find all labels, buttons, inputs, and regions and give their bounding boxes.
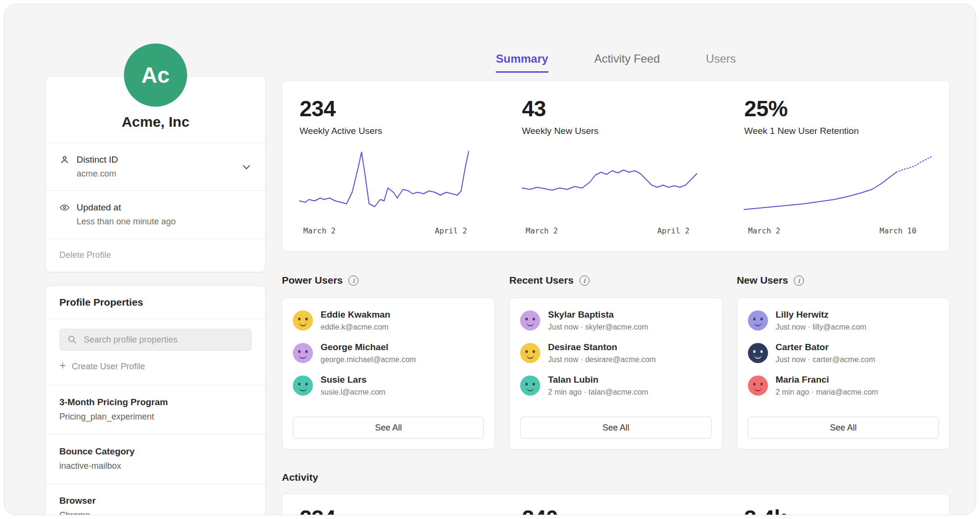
search-wrap (46, 319, 265, 351)
stat-label: Weekly Active Users (300, 126, 488, 136)
avatar (520, 375, 540, 396)
chart-x-axis: March 2 April 2 (522, 226, 710, 237)
x-axis-start-label: March 2 (303, 226, 335, 235)
section-title: Power Users (282, 275, 343, 286)
field-value: Less than one minute ago (77, 217, 252, 227)
see-all-button[interactable]: See All (748, 417, 939, 439)
chart-x-axis: March 2 March 10 (744, 226, 932, 237)
user-detail: susie.l@acme.com (321, 388, 385, 397)
user-name: George Michael (321, 342, 416, 353)
activity-stats-card: 234 240 3.4k (282, 494, 950, 515)
recent-users-card: Skylar Baptista Just now · skyler@acme.c… (509, 298, 722, 450)
line-chart-week1-retention (744, 148, 932, 220)
line-chart-weekly-new-users (522, 148, 710, 220)
create-user-profile-button[interactable]: Create User Profile (46, 351, 265, 386)
profile-sidebar: Ac Acme, Inc Distinct ID acme.com (45, 44, 266, 515)
stat-value: 234 (300, 96, 488, 121)
see-all-button[interactable]: See All (293, 417, 484, 439)
user-name: Maria Franci (776, 375, 879, 385)
property-item[interactable]: Bounce Category inactive-mailbox (46, 435, 265, 484)
main-panel: Summary Activity Feed Users 234 Weekly A… (282, 52, 950, 515)
company-name: Acme, Inc (46, 114, 265, 143)
avatar (748, 343, 768, 363)
avatar (293, 375, 313, 396)
avatar (748, 375, 768, 396)
line-chart-weekly-active-users (300, 148, 488, 220)
property-name: 3-Month Pricing Program (59, 397, 252, 408)
stat-value: 3.4k (744, 506, 932, 515)
user-detail: Just now · carter@acme.com (776, 355, 875, 364)
see-all-button[interactable]: See All (520, 417, 711, 439)
activity-stat: 3.4k (727, 506, 949, 515)
x-axis-end-label: April 2 (435, 226, 467, 235)
user-detail: Just now · skyler@acme.com (548, 323, 648, 331)
tab-summary[interactable]: Summary (496, 52, 548, 73)
distinct-id-row[interactable]: Distinct ID acme.com (46, 143, 265, 191)
info-icon[interactable] (348, 276, 358, 286)
property-item[interactable]: Browser Chrome (46, 484, 265, 515)
delete-profile-button[interactable]: Delete Profile (46, 239, 265, 272)
activity-stat: 234 (282, 506, 505, 515)
person-icon (59, 155, 70, 165)
user-sections: Power Users Eddie Kwakman eddie.k@acme.c… (282, 275, 950, 450)
avatar (520, 343, 540, 363)
property-value: Chrome (59, 510, 252, 515)
user-row[interactable]: Susie Lars susie.l@acme.com (293, 375, 484, 397)
x-axis-end-label: March 10 (880, 226, 916, 235)
tab-activity-feed[interactable]: Activity Feed (594, 52, 660, 73)
recent-users-section: Recent Users Skylar Baptista Just now · … (509, 275, 722, 450)
chevron-down-icon[interactable] (240, 161, 253, 173)
x-axis-end-label: April 2 (657, 226, 689, 235)
user-row[interactable]: George Michael george.michael@acme.com (293, 342, 484, 364)
user-name: Desirae Stanton (548, 342, 656, 353)
user-detail: eddie.k@acme.com (321, 323, 390, 331)
property-value: Pricing_plan_experiment (59, 412, 252, 422)
profile-properties-title: Profile Properties (46, 286, 265, 319)
stat-label: Week 1 New User Retention (744, 126, 932, 136)
tab-bar: Summary Activity Feed Users (282, 52, 950, 73)
user-name: Skylar Baptista (548, 309, 648, 320)
app-frame: Ac Acme, Inc Distinct ID acme.com (4, 4, 976, 515)
info-icon[interactable] (579, 276, 590, 286)
user-name: Talan Lubin (548, 375, 648, 385)
user-name: Eddie Kwakman (321, 309, 390, 320)
property-item[interactable]: 3-Month Pricing Program Pricing_plan_exp… (46, 386, 265, 435)
user-row[interactable]: Eddie Kwakman eddie.k@acme.com (293, 309, 484, 331)
tab-users[interactable]: Users (706, 52, 736, 73)
x-axis-start-label: March 2 (748, 226, 780, 235)
user-row[interactable]: Desirae Stanton Just now · desirare@acme… (520, 342, 711, 364)
stat-weekly-active-users: 234 Weekly Active Users March 2 April 2 (282, 96, 505, 237)
avatar (520, 310, 540, 331)
stat-label: Weekly New Users (522, 126, 710, 136)
activity-section-title: Activity (282, 472, 950, 483)
power-users-section: Power Users Eddie Kwakman eddie.k@acme.c… (282, 275, 495, 450)
field-label: Updated at (77, 202, 121, 213)
field-value: acme.com (77, 169, 252, 179)
info-icon[interactable] (794, 276, 804, 286)
user-row[interactable]: Talan Lubin 2 min ago · talan@acme.com (520, 375, 711, 397)
plus-icon (59, 361, 66, 372)
new-users-section: New Users Lilly Herwitz Just now · lilly… (737, 275, 950, 450)
user-row[interactable]: Maria Franci 2 min ago · maria@acme.com (748, 375, 939, 397)
user-name: Susie Lars (321, 375, 385, 385)
updated-at-row: Updated at Less than one minute ago (46, 191, 265, 239)
stat-weekly-new-users: 43 Weekly New Users March 2 April 2 (505, 96, 727, 237)
summary-stats-card: 234 Weekly Active Users March 2 April 2 … (282, 80, 950, 252)
stat-week1-retention: 25% Week 1 New User Retention March 2 Ma… (727, 96, 949, 237)
user-row[interactable]: Lilly Herwitz Just now · lilly@acme.com (748, 309, 939, 331)
stat-value: 240 (522, 506, 710, 515)
eye-icon (59, 202, 70, 213)
avatar (293, 310, 313, 331)
chart-x-axis: March 2 April 2 (300, 226, 488, 237)
x-axis-start-label: March 2 (526, 226, 558, 235)
user-row[interactable]: Skylar Baptista Just now · skyler@acme.c… (520, 309, 711, 331)
power-users-card: Eddie Kwakman eddie.k@acme.com George Mi… (282, 298, 495, 450)
property-name: Bounce Category (59, 446, 252, 457)
search-input[interactable] (59, 329, 252, 351)
new-users-card: Lilly Herwitz Just now · lilly@acme.com … (737, 298, 950, 450)
user-row[interactable]: Carter Bator Just now · carter@acme.com (748, 342, 939, 364)
activity-stat: 240 (505, 506, 727, 515)
property-value: inactive-mailbox (59, 461, 252, 471)
user-detail: Just now · lilly@acme.com (776, 323, 867, 331)
user-detail: 2 min ago · talan@acme.com (548, 388, 648, 397)
